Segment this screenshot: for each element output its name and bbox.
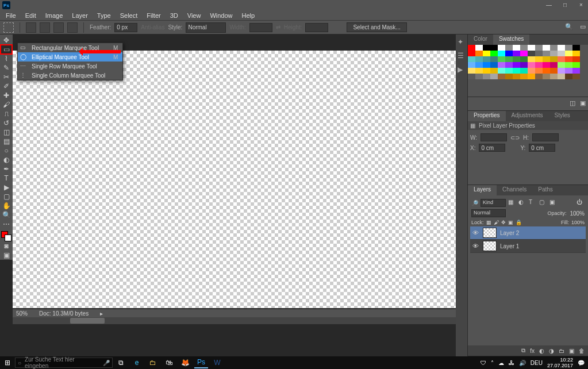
link-wh-icon[interactable]: ⊂⊃ [510,134,520,141]
window-close-button[interactable]: × [577,2,586,9]
tray-chevron-up-icon[interactable]: ˄ [491,360,494,366]
menu-select[interactable]: Select [116,12,143,19]
layer-row[interactable]: 👁 Layer 2 [470,226,586,240]
swatch[interactable] [468,45,475,51]
swatch[interactable] [513,62,520,68]
filter-smart-icon[interactable]: ▣ [549,199,558,207]
swatch[interactable] [520,51,528,56]
swatch[interactable] [558,62,565,68]
lock-artboard-icon[interactable]: ▣ [508,220,513,225]
properties-panel-icon[interactable]: ☰ [458,52,466,60]
taskbar-app-photoshop[interactable]: Ps [194,357,208,368]
delete-layer-icon[interactable]: 🗑 [579,348,585,354]
swatch[interactable] [543,56,550,62]
path-select-tool[interactable]: ▶ [1,183,12,192]
swatch[interactable] [572,51,580,56]
blend-mode-dropdown[interactable]: Normal [471,209,506,217]
swatch[interactable] [558,74,565,79]
swatch[interactable] [572,56,580,62]
taskbar-search[interactable]: ○ Zur Suche Text hier eingeben 🎤 [15,358,113,368]
swatch[interactable] [543,68,550,74]
filter-type-icon[interactable]: T [529,199,537,207]
swatch[interactable] [490,56,498,62]
swatch[interactable] [505,68,513,74]
tab-styles[interactable]: Styles [549,111,576,121]
menu-file[interactable]: File [1,12,21,19]
swatch[interactable] [505,62,513,68]
swatch[interactable] [468,68,475,74]
tray-shield-icon[interactable]: 🛡 [481,360,486,366]
lock-transparent-icon[interactable]: ▦ [486,220,491,225]
swatch[interactable] [528,56,535,62]
swatch[interactable] [550,51,558,56]
swatch[interactable] [483,74,490,79]
taskbar-app-store[interactable]: 🛍 [162,357,176,368]
tray-notifications-icon[interactable]: 💬 [578,360,585,366]
swatch[interactable] [468,51,475,56]
menu-edit[interactable]: Edit [21,12,41,19]
swatch[interactable] [505,45,513,51]
swatch[interactable] [550,45,558,51]
screenmode-tool[interactable]: ▣ [1,251,12,260]
dodge-tool[interactable]: ◐ [1,155,12,164]
filter-toggle[interactable]: ⏻ [577,199,585,207]
swatch[interactable] [468,56,475,62]
swatch[interactable] [505,56,513,62]
menu-window[interactable]: Window [205,12,237,19]
swatch[interactable] [535,51,543,56]
flyout-single-column-marquee[interactable]: ⋮ Single Column Marquee Tool [18,71,122,80]
swatch[interactable] [535,45,543,51]
swatch[interactable] [490,45,498,51]
menu-type[interactable]: Type [93,12,116,19]
menu-help[interactable]: Help [237,12,260,19]
swatch[interactable] [528,45,535,51]
swatch[interactable] [565,51,572,56]
swatch[interactable] [543,51,550,56]
healing-tool[interactable]: ✚ [1,91,12,100]
swatch[interactable] [565,68,572,74]
tray-onedrive-icon[interactable]: ☁ [498,360,504,366]
swatch[interactable] [550,74,558,79]
swatch[interactable] [483,51,490,56]
current-tool-icon[interactable] [3,22,14,33]
eyedropper-tool[interactable]: ✐ [1,82,12,91]
layer-mask-icon[interactable]: ◐ [539,348,544,354]
lock-all-icon[interactable]: 🔒 [516,220,522,225]
eraser-tool[interactable]: ◫ [1,128,12,137]
visibility-icon[interactable]: 👁 [472,243,479,249]
swatch[interactable] [572,68,580,74]
swatch[interactable] [572,74,580,79]
tab-adjustments[interactable]: Adjustments [506,111,549,121]
swatch[interactable] [565,74,572,79]
layer-thumbnail[interactable] [483,241,497,251]
type-tool[interactable]: T [1,174,12,183]
window-maximize-button[interactable]: □ [560,2,570,9]
taskbar-app-firefox[interactable]: 🦊 [178,357,192,368]
edit-toolbar[interactable]: ⋯ [1,220,12,229]
search-icon[interactable]: 🔍 [565,23,573,30]
scrollbar-thumb[interactable] [70,318,105,324]
doc-info-arrow-icon[interactable]: ▸ [100,310,103,317]
menu-3d[interactable]: 3D [166,12,183,19]
swatch[interactable] [505,74,513,79]
hand-tool[interactable]: ✋ [1,201,12,210]
swatch[interactable] [550,62,558,68]
x-input[interactable] [479,144,505,152]
swatch[interactable] [468,62,475,68]
swatch[interactable] [572,45,580,51]
move-tool[interactable]: ✥ [1,36,12,45]
flyout-single-row-marquee[interactable]: ⋯ Single Row Marquee Tool [18,62,122,71]
swatch[interactable] [475,51,483,56]
tab-color[interactable]: Color [468,34,493,45]
menu-filter[interactable]: Filter [142,12,165,19]
width-input[interactable] [481,133,507,141]
swatch[interactable] [498,62,505,68]
taskbar-app-explorer[interactable]: 🗀 [146,357,160,368]
swatch[interactable] [513,68,520,74]
swatch[interactable] [513,56,520,62]
swatch[interactable] [535,74,543,79]
swatch[interactable] [498,68,505,74]
layer-row[interactable]: 👁 Layer 1 [470,240,586,253]
background-color[interactable] [5,235,11,241]
new-layer-icon[interactable]: ▣ [569,348,574,354]
